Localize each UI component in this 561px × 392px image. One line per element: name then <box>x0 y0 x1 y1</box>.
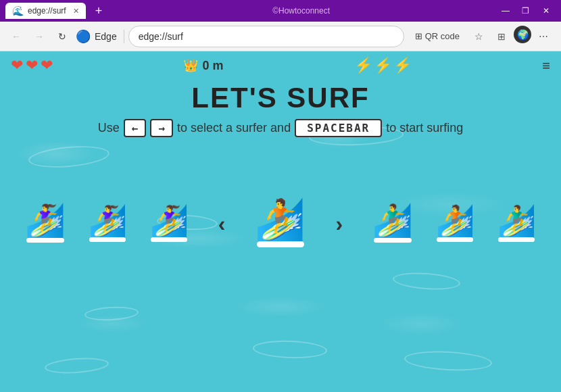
water-ripple <box>252 339 327 360</box>
lightning-display: ⚡ ⚡ ⚡ <box>354 57 412 74</box>
tab-favicon: 🌊 <box>12 5 24 16</box>
surfer-carousel: 🏄‍♀️ 🏄‍♀️ 🏄‍♀️ ‹ 🏄 › 🏄‍♂️ 🏄 <box>0 200 561 247</box>
lightning-3: ⚡ <box>393 57 412 74</box>
nav-separator <box>124 30 124 43</box>
collections-button[interactable]: ⊞ <box>491 26 512 47</box>
water-ripple <box>84 305 139 322</box>
minimize-button[interactable]: — <box>496 4 515 18</box>
maximize-button[interactable]: ❐ <box>516 4 535 18</box>
forward-button[interactable]: → <box>30 27 49 46</box>
refresh-button[interactable]: ↻ <box>53 27 72 46</box>
instructions-use: Use <box>98 121 120 135</box>
right-arrow-key[interactable]: → <box>150 119 173 137</box>
score-display: 👑 0 m <box>183 58 223 73</box>
avatar-icon: 🌍 <box>517 29 529 40</box>
surfer-3[interactable]: 🏄‍♀️ <box>150 205 189 242</box>
water-ripple <box>27 143 109 170</box>
score-value: 0 m <box>202 59 223 73</box>
qr-icon: ⊞ <box>415 31 422 41</box>
edge-logo-icon: 🔵 <box>76 29 91 44</box>
water-ripple <box>392 270 460 291</box>
surfer-2-figure: 🏄‍♀️ <box>89 205 127 237</box>
nav-actions: ⊞ QR code ☆ ⊞ 🌍 ⋯ <box>408 26 554 47</box>
surfer-2[interactable]: 🏄‍♀️ <box>89 205 127 242</box>
carousel-left-arrow[interactable]: ‹ <box>212 205 233 243</box>
surfer-6-figure: 🏄 <box>436 205 474 237</box>
profile-avatar[interactable]: 🌍 <box>514 26 531 43</box>
surfer-5-board <box>374 238 412 243</box>
browser-tab[interactable]: 🌊 edge://surf ✕ <box>5 3 86 19</box>
lightning-1: ⚡ <box>354 57 372 74</box>
water-ripple <box>404 349 492 372</box>
surfer-1[interactable]: 🏄‍♀️ <box>25 205 66 243</box>
new-tab-button[interactable]: + <box>91 4 107 18</box>
favorites-button[interactable]: ☆ <box>468 26 489 47</box>
instructions: Use ← → to select a surfer and SPACEBAR … <box>0 119 561 137</box>
surfer-1-figure: 🏄‍♀️ <box>25 205 66 237</box>
water-ripple <box>45 356 109 375</box>
titlebar: 🌊 edge://surf ✕ + ©Howtoconnect — ❐ ✕ <box>0 0 561 22</box>
game-title: LET'S SURF <box>0 82 561 114</box>
surfer-6-board <box>437 237 473 242</box>
surfer-2-board <box>89 237 126 242</box>
surfer-6[interactable]: 🏄 <box>436 205 474 242</box>
titlebar-left: 🌊 edge://surf ✕ + <box>5 3 106 19</box>
spacebar-key[interactable]: SPACEBAR <box>295 119 382 137</box>
game-area: ❤ ❤ ❤ 👑 0 m ⚡ ⚡ ⚡ ≡ LET'S SURF Use ← → t… <box>0 51 561 392</box>
left-arrow-key[interactable]: ← <box>124 119 147 137</box>
hearts-display: ❤ ❤ ❤ <box>11 57 53 74</box>
titlebar-watermark: ©Howtoconnect <box>272 6 330 16</box>
surfer-3-board <box>151 237 187 242</box>
address-text: edge://surf <box>139 31 183 42</box>
game-menu-button[interactable]: ≡ <box>542 58 550 74</box>
back-button[interactable]: ← <box>7 27 26 46</box>
address-bar[interactable]: edge://surf <box>128 26 404 47</box>
surfer-active[interactable]: 🏄 <box>255 200 306 247</box>
instructions-middle: to select a surfer and <box>177 121 291 135</box>
surfer-7-board <box>498 237 535 242</box>
surfer-active-figure: 🏄 <box>255 200 306 241</box>
tab-close-button[interactable]: ✕ <box>73 7 79 16</box>
more-button[interactable]: ⋯ <box>533 26 554 47</box>
close-button[interactable]: ✕ <box>537 4 556 18</box>
surfer-7-figure: 🏄‍♂️ <box>497 205 536 237</box>
surfer-active-board <box>257 241 304 247</box>
window-controls: — ❐ ✕ <box>496 4 556 18</box>
hud: ❤ ❤ ❤ 👑 0 m ⚡ ⚡ ⚡ ≡ <box>0 51 561 80</box>
instructions-end: to start surfing <box>386 121 463 135</box>
tab-url: edge://surf <box>28 6 66 16</box>
surfer-3-figure: 🏄‍♀️ <box>150 205 189 237</box>
navbar: ← → ↻ 🔵 Edge edge://surf ⊞ QR code ☆ ⊞ 🌍… <box>0 22 561 51</box>
heart-1: ❤ <box>11 57 23 74</box>
lightning-2: ⚡ <box>374 57 392 74</box>
edge-brand-label: Edge <box>95 31 117 42</box>
surfer-5-figure: 🏄‍♂️ <box>372 205 413 237</box>
crown-icon: 👑 <box>183 58 198 73</box>
qr-code-button[interactable]: ⊞ QR code <box>408 26 466 47</box>
qr-label: QR code <box>425 31 460 41</box>
heart-3: ❤ <box>41 57 53 74</box>
heart-2: ❤ <box>26 57 38 74</box>
surfer-1-board <box>26 238 64 243</box>
surfer-7[interactable]: 🏄‍♂️ <box>497 205 536 242</box>
carousel-right-arrow[interactable]: › <box>328 205 349 243</box>
surfer-5[interactable]: 🏄‍♂️ <box>372 205 413 243</box>
